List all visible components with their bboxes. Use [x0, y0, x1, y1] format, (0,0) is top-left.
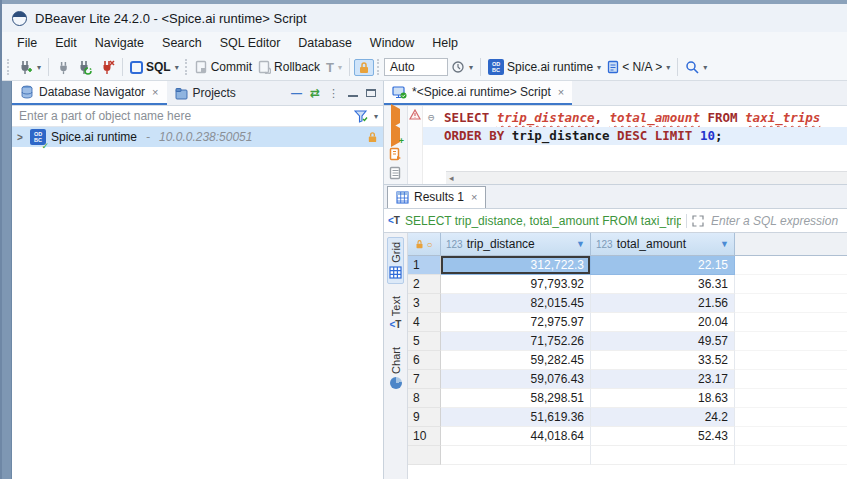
data-cell[interactable]: 36.31 [591, 275, 735, 294]
data-cell[interactable]: 71,752.26 [441, 332, 591, 351]
menu-item-file[interactable]: File [8, 34, 46, 52]
column-header-total-amount[interactable]: 123 total_amount ▼ [591, 233, 735, 255]
menu-item-database[interactable]: Database [289, 34, 361, 52]
sql-editor-button[interactable]: SQL ▾ [127, 58, 182, 76]
warning-icon[interactable] [409, 109, 421, 120]
search-button[interactable]: ▾ [682, 58, 710, 76]
rollback-button[interactable]: Rollback [255, 58, 323, 76]
data-cell[interactable]: 58,298.51 [441, 389, 591, 408]
row-number-cell[interactable]: 3 [408, 294, 441, 313]
menu-item-window[interactable]: Window [361, 34, 423, 52]
menu-item-sql-editor[interactable]: SQL Editor [211, 34, 290, 52]
data-cell[interactable]: 59,282.45 [441, 351, 591, 370]
execute-new-tab-button[interactable]: + [391, 128, 400, 142]
data-cell[interactable]: 18.63 [591, 389, 735, 408]
chevron-down-icon[interactable]: ▾ [469, 63, 473, 72]
close-icon[interactable]: × [152, 86, 158, 98]
row-number-cell[interactable]: 2 [408, 275, 441, 294]
active-schema-selector[interactable]: < N/A > ▾ [604, 58, 673, 76]
explain-plan-button[interactable] [389, 166, 402, 180]
tab-chart-view[interactable]: Chart [388, 342, 404, 394]
data-cell[interactable]: 312,722.3 [441, 256, 591, 275]
row-number-cell[interactable]: 8 [408, 389, 441, 408]
row-number-cell[interactable]: 5 [408, 332, 441, 351]
editor-horizontal-scrollbar[interactable]: ◂ [446, 171, 847, 184]
sort-desc-icon[interactable]: ▼ [720, 239, 729, 249]
maximize-panel-icon[interactable] [366, 89, 376, 97]
transaction-history-button[interactable]: ▾ [448, 58, 476, 76]
collapse-all-icon[interactable]: — [291, 87, 302, 99]
data-cell[interactable]: 44,018.64 [441, 427, 591, 446]
row-number-cell[interactable]: 7 [408, 370, 441, 389]
row-number-cell[interactable]: 4 [408, 313, 441, 332]
chevron-down-icon[interactable]: ▾ [703, 63, 707, 72]
sql-expression-filter-input[interactable] [709, 213, 843, 229]
data-cell[interactable]: 49.57 [591, 332, 735, 351]
chevron-down-icon[interactable]: ▾ [338, 63, 342, 72]
sql-line[interactable]: ORDER BY trip_distance DESC LIMIT 10; [423, 127, 847, 145]
execute-statement-button[interactable] [391, 109, 400, 123]
row-number-cell[interactable]: 10 [408, 427, 441, 446]
tab-results-1[interactable]: Results 1 × [387, 186, 486, 208]
expand-chevron-icon[interactable]: > [17, 132, 25, 143]
row-number-cell[interactable]: 1 [408, 256, 441, 275]
data-cell[interactable]: 82,015.45 [441, 294, 591, 313]
toolbar-drag-handle[interactable] [377, 59, 381, 75]
tab-sql-script[interactable]: *<Spice.ai runtime> Script × [384, 81, 572, 105]
toolbar-drag-handle[interactable] [185, 59, 189, 75]
row-number-cell[interactable]: 9 [408, 408, 441, 427]
object-filter-input[interactable] [17, 108, 349, 124]
data-cell[interactable]: 33.52 [591, 351, 735, 370]
chevron-down-icon[interactable]: ▾ [666, 63, 670, 72]
menu-item-search[interactable]: Search [153, 34, 211, 52]
commit-mode-combo[interactable]: Auto [384, 58, 448, 76]
chevron-down-icon[interactable]: ▾ [597, 63, 601, 72]
data-cell[interactable]: 23.17 [591, 370, 735, 389]
active-connection-selector[interactable]: OD BC Spice.ai runtime ▾ [485, 57, 604, 77]
minimize-panel-icon[interactable] [348, 94, 358, 97]
row-number-cell[interactable]: 6 [408, 351, 441, 370]
sort-desc-icon[interactable]: ▼ [576, 239, 585, 249]
close-icon[interactable]: × [558, 86, 564, 98]
filter-funnel-icon[interactable] [354, 110, 368, 123]
menu-item-help[interactable]: Help [423, 34, 467, 52]
menu-item-navigate[interactable]: Navigate [86, 34, 153, 52]
data-cell[interactable]: 52.43 [591, 427, 735, 446]
connect-button[interactable] [53, 58, 74, 77]
data-cell[interactable]: 59,076.43 [441, 370, 591, 389]
menu-item-edit[interactable]: Edit [46, 34, 86, 52]
column-header-trip-distance[interactable]: 123 trip_distance ▼ [441, 233, 591, 255]
link-with-editor-icon[interactable]: ⇄ [310, 86, 320, 100]
tab-database-navigator[interactable]: Database Navigator × [12, 81, 167, 105]
new-connection-button[interactable]: ▾ [14, 57, 44, 77]
data-cell[interactable]: 22.15 [591, 256, 735, 275]
data-cell[interactable]: 20.04 [591, 313, 735, 332]
toolbar-drag-handle[interactable] [7, 59, 11, 75]
commit-button[interactable]: Commit [192, 58, 255, 76]
execute-script-button[interactable] [389, 147, 402, 161]
expand-filter-icon[interactable] [692, 215, 704, 227]
grid-corner-cell[interactable]: ○ [408, 233, 441, 255]
transaction-log-button[interactable]: T ▾ [323, 58, 345, 77]
data-cell[interactable]: 51,619.36 [441, 408, 591, 427]
tab-projects[interactable]: Projects [167, 81, 244, 105]
title-bar[interactable]: DBeaver Lite 24.2.0 - <Spice.ai runtime>… [2, 4, 847, 32]
view-menu-icon[interactable]: ⋮ [328, 87, 340, 100]
tab-text-view[interactable]: Text <T [388, 291, 404, 335]
close-icon[interactable]: × [471, 191, 477, 203]
scroll-left-icon[interactable]: ◂ [446, 173, 457, 183]
connection-tree-item[interactable]: > OD BC ✓ Spice.ai runtime - 10.0.0.238:… [12, 127, 383, 147]
connection-lock-toggle[interactable] [354, 59, 374, 76]
chevron-down-icon[interactable]: ▾ [374, 112, 378, 121]
disconnect-button[interactable] [96, 57, 118, 77]
reconnect-button[interactable] [74, 57, 96, 77]
data-cell[interactable]: 24.2 [591, 408, 735, 427]
data-cell[interactable]: 97,793.92 [441, 275, 591, 294]
data-cell[interactable]: 72,975.97 [441, 313, 591, 332]
chevron-down-icon[interactable]: ▾ [175, 63, 179, 72]
fold-marker-icon[interactable]: ⊖ [428, 109, 435, 127]
sql-line[interactable]: ⊖SELECT trip_distance, total_amount FROM… [423, 109, 847, 127]
chevron-down-icon[interactable]: ▾ [37, 63, 41, 72]
tab-grid-view[interactable]: Grid [387, 237, 404, 284]
data-cell[interactable]: 21.56 [591, 294, 735, 313]
